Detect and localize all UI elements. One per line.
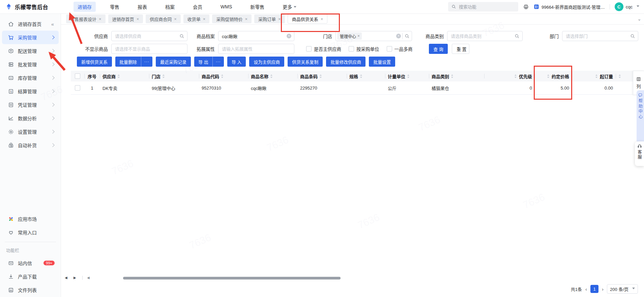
sort-icon[interactable] — [360, 74, 363, 78]
nav-item-huiyuan[interactable]: 会员 — [189, 2, 206, 12]
sidebar-item-voucher[interactable]: 凭证管理 — [2, 98, 59, 111]
close-icon[interactable]: × — [174, 16, 177, 22]
category-input-field[interactable] — [447, 34, 522, 39]
scroll-left-icon[interactable]: ◀ — [65, 276, 67, 279]
nav-item-jinxiaocun[interactable]: 进销存 — [74, 2, 96, 12]
tab-supplier-contract[interactable]: 供应商合同× — [146, 14, 181, 23]
row-select[interactable] — [71, 81, 84, 94]
prev-page-button[interactable]: ‹ — [585, 286, 587, 292]
header-store[interactable]: 门店 — [149, 71, 199, 81]
close-icon[interactable]: × — [99, 16, 101, 22]
store-input[interactable]: 管理中心× × — [335, 31, 412, 41]
tag-close-icon[interactable]: × — [357, 34, 360, 38]
hide-product-input-field[interactable] — [112, 46, 187, 52]
export-button[interactable]: 导 出··· — [194, 57, 224, 67]
sidebar-item-wholesale[interactable]: 批发管理 — [2, 58, 59, 71]
sidebar-item-inventory[interactable]: 库存管理 — [2, 71, 59, 85]
scroll-right-icon[interactable]: ▶ — [74, 276, 76, 279]
sidebar-item-inbox[interactable]: 站内信 99+ — [2, 256, 59, 270]
sort-icon[interactable] — [514, 74, 517, 78]
checkbox-icon[interactable] — [75, 73, 80, 79]
page-size-select[interactable]: 200 条/页 — [607, 284, 638, 294]
global-search-input[interactable] — [458, 4, 510, 10]
sort-icon[interactable] — [547, 74, 550, 78]
nav-item-baobiao[interactable]: 报表 — [134, 2, 151, 12]
next-page-button[interactable]: › — [602, 286, 604, 292]
more-icon[interactable]: ··· — [141, 57, 152, 67]
sidebar-item-file-list[interactable]: 文件列表 — [2, 283, 59, 297]
sort-icon[interactable] — [162, 74, 165, 78]
sidebar-item-delivery[interactable]: 配送管理 — [2, 44, 59, 58]
checkbox-by-purchase-unit[interactable]: 按采购单位 — [349, 45, 379, 52]
hide-product-input[interactable] — [111, 44, 187, 54]
ext-attr-input-field[interactable] — [218, 46, 294, 52]
reset-button[interactable]: 重 置 — [452, 44, 469, 54]
checkbox-icon[interactable] — [75, 85, 80, 91]
table-row[interactable]: 1 DK专卖 99|管理中心 95270310 cqc瞅瞅 2295270 公斤… — [71, 81, 634, 95]
header-product-code[interactable]: 商品代码 — [199, 71, 248, 81]
scroll-left-edge-icon[interactable]: ◀ — [87, 276, 90, 279]
current-page[interactable]: 1 — [590, 285, 598, 293]
copy-supply-relation-button[interactable]: 供货关系复制 — [288, 57, 323, 67]
sidebar-item-analytics[interactable]: 数据分析 — [2, 111, 59, 125]
category-input[interactable] — [447, 31, 523, 41]
checkbox-main-supplier[interactable]: 是否主供应商 — [306, 45, 341, 52]
header-agreed-price[interactable]: 约定价格 — [535, 71, 572, 81]
sidebar-item-settlement[interactable]: $ 结算管理 — [2, 85, 59, 98]
department-input-field[interactable] — [562, 34, 638, 39]
tab-purchase-order[interactable]: 采购订单× — [254, 14, 285, 23]
help-center-float[interactable]: 帮助中心 — [637, 90, 644, 143]
clear-icon[interactable]: × — [396, 34, 401, 38]
batch-delete-button[interactable]: 批量删除··· — [115, 57, 152, 67]
batch-modify-supplier-button[interactable]: 批量修改供应商 — [326, 57, 365, 67]
close-icon[interactable]: × — [321, 16, 323, 22]
tab-retail-report-design[interactable]: 零售报表设计× — [66, 14, 106, 23]
sidebar-item-home[interactable]: 进销存首页 « — [2, 17, 59, 31]
nav-item-more[interactable]: 更多 — [279, 2, 300, 12]
header-min-order[interactable]: 起订量 — [572, 71, 616, 81]
header-spec[interactable]: 规格 — [347, 71, 385, 81]
tab-purchase-promo[interactable]: 采购促销特价× — [212, 14, 252, 23]
button-label[interactable]: 导 出 — [194, 57, 212, 67]
sort-icon[interactable] — [618, 74, 621, 78]
tabs-dropdown-icon[interactable]: ⌄ — [637, 16, 641, 22]
sort-icon[interactable] — [117, 74, 120, 78]
batch-setting-button[interactable]: 批量设置 — [369, 57, 395, 67]
sort-icon[interactable] — [319, 74, 322, 78]
close-icon[interactable]: × — [137, 16, 139, 22]
tab-jxc-home[interactable]: 进销存首页× — [108, 14, 143, 23]
sort-icon[interactable] — [270, 74, 273, 78]
close-icon[interactable]: × — [245, 16, 247, 22]
import-button[interactable]: 导 入 — [227, 57, 246, 67]
nav-item-lingshou[interactable]: 零售 — [106, 2, 123, 12]
tenant-switcher[interactable]: 99664-新界面商超版测试-管理… — [534, 4, 605, 10]
department-input[interactable] — [562, 31, 638, 41]
sort-icon[interactable] — [221, 74, 224, 78]
collapse-sidebar-icon[interactable]: « — [51, 21, 54, 27]
header-barcode[interactable]: 商品条码 — [297, 71, 347, 81]
sidebar-item-purchase[interactable]: 采购管理 — [2, 31, 59, 44]
button-label[interactable]: 批量删除 — [115, 57, 141, 67]
nav-item-dangan[interactable]: 档案 — [161, 2, 179, 12]
nav-item-wms[interactable]: WMS — [216, 2, 236, 11]
header-unit[interactable]: 计量单位 — [385, 71, 429, 81]
header-category[interactable]: 商品类别 — [429, 71, 484, 81]
close-icon[interactable]: × — [203, 16, 206, 22]
more-icon[interactable]: ··· — [212, 57, 224, 67]
tab-supply-relation[interactable]: 商品供货关系× — [288, 14, 328, 24]
header-product-name[interactable]: 商品名称 — [248, 71, 297, 81]
sidebar-item-product-download[interactable]: 产品下载 — [2, 270, 59, 283]
user-menu[interactable]: C cqc — [615, 2, 639, 11]
set-main-supplier-button[interactable]: 设为主供应商 — [249, 57, 284, 67]
sort-icon[interactable] — [407, 74, 410, 78]
printer-icon[interactable] — [523, 4, 529, 10]
ext-attr-input[interactable] — [218, 44, 294, 54]
add-supply-relation-button[interactable]: 新增供货关系 — [77, 57, 112, 67]
product-input-field[interactable] — [218, 34, 294, 39]
header-select-all[interactable] — [71, 71, 84, 81]
sidebar-item-favorites[interactable]: 常用入口 — [2, 226, 59, 239]
clear-icon[interactable]: × — [287, 34, 291, 38]
scrollbar-thumb[interactable] — [123, 277, 341, 279]
nav-item-xinlingshou[interactable]: 新零售 — [246, 2, 268, 12]
close-icon[interactable]: × — [278, 16, 281, 22]
